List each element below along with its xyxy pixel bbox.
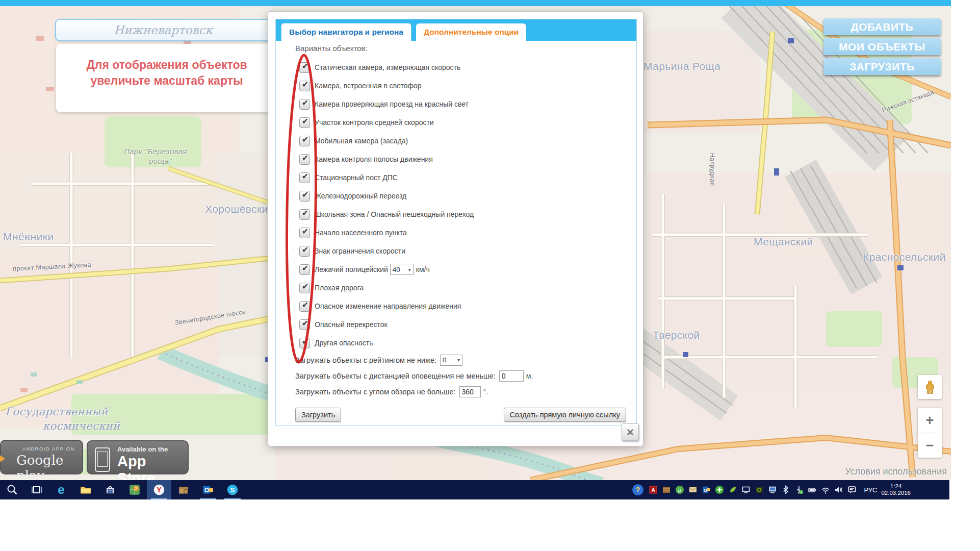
tray-leaf-icon[interactable] xyxy=(728,485,737,494)
tray-mail-icon[interactable] xyxy=(688,485,698,494)
object-option-row: ✔Мобильная камера (засада) xyxy=(295,132,626,150)
tray-nvidia-icon[interactable] xyxy=(755,485,764,494)
app-store-top-text: Available on the xyxy=(117,445,185,453)
object-option-label: Школьная зона / Опасный пешеходный перех… xyxy=(315,210,474,218)
speed-bump-select[interactable]: 40▾ xyxy=(390,264,414,275)
filter-row-distance: Загружать объекты с дистанцией оповещени… xyxy=(295,368,626,384)
object-checkbox-3[interactable]: ✔ xyxy=(299,117,310,128)
zoom-out-button[interactable]: − xyxy=(918,433,942,458)
object-checkbox-15[interactable]: ✔ xyxy=(299,338,310,348)
map-label: Тверской xyxy=(653,329,700,341)
taskbar-skype-icon[interactable]: S xyxy=(220,480,245,499)
object-option-label: Статическая камера, измеряющая скорость xyxy=(315,63,460,71)
tab-extra-options[interactable]: Дополнительные опции xyxy=(416,23,526,41)
object-checkbox-14[interactable]: ✔ xyxy=(299,319,310,330)
tray-crate-icon[interactable] xyxy=(662,485,671,494)
search-input[interactable]: Нижневартовск xyxy=(55,19,271,41)
svg-text:A: A xyxy=(652,487,655,493)
check-icon: ✔ xyxy=(302,300,308,310)
object-checkbox-8[interactable]: ✔ xyxy=(299,209,310,220)
action-buttons: ДОБАВИТЬМОИ ОБЪЕКТЫЗАГРУЗИТЬ xyxy=(823,18,941,78)
taskbar: e2YOS ?AµO РУС 1:24 02.03.2016 xyxy=(0,480,949,499)
object-checkbox-1[interactable]: ✔ xyxy=(299,81,310,91)
google-play-bottom-text: Google play xyxy=(16,453,79,483)
svg-text:O: O xyxy=(204,487,209,494)
tray-outlook-tray-icon[interactable]: O xyxy=(702,485,711,494)
tray-action-center-icon[interactable] xyxy=(847,485,857,494)
chevron-down-icon: ▾ xyxy=(408,267,411,272)
close-icon[interactable]: ✕ xyxy=(622,423,639,441)
tray-help-icon[interactable]: ? xyxy=(631,483,644,496)
object-option-label: Опасный перекресток xyxy=(315,320,388,329)
tray-acrobat-icon[interactable]: A xyxy=(649,485,658,494)
object-checkbox-2[interactable]: ✔ xyxy=(299,99,310,110)
object-checkbox-5[interactable]: ✔ xyxy=(299,154,310,165)
tray-usb-icon[interactable] xyxy=(794,485,804,494)
taskbar-search-icon[interactable] xyxy=(0,480,24,499)
object-checkbox-7[interactable]: ✔ xyxy=(299,191,310,202)
zoom-in-button[interactable]: + xyxy=(918,408,942,433)
button-download[interactable]: ЗАГРУЗИТЬ xyxy=(823,58,941,75)
check-icon: ✔ xyxy=(302,62,308,71)
object-checkbox-10[interactable]: ✔ xyxy=(299,246,310,257)
tray-battery-icon[interactable] xyxy=(808,485,817,494)
taskbar-yandex-browser-icon[interactable]: Y xyxy=(147,480,171,499)
object-checkbox-9[interactable]: ✔ xyxy=(299,228,310,238)
load-button[interactable]: Загрузить xyxy=(295,408,341,422)
button-add[interactable]: ДОБАВИТЬ xyxy=(823,18,941,35)
tray-utorrent-icon[interactable]: µ xyxy=(675,485,684,494)
object-checkbox-11[interactable]: ✔ xyxy=(299,264,310,275)
tab-navigator-region[interactable]: Выбор навигатора и региона xyxy=(281,23,411,41)
check-icon: ✔ xyxy=(302,98,308,108)
pegman-icon xyxy=(922,380,938,395)
taskbar-2gis-icon[interactable]: 2 xyxy=(122,480,147,499)
object-option-row: ✔Опасный перекресток xyxy=(295,315,626,334)
app-store-badge[interactable]: Available on the App Store xyxy=(87,440,189,474)
object-option-label: Камера, встроенная в светофор xyxy=(315,82,422,90)
object-checkbox-12[interactable]: ✔ xyxy=(299,283,310,293)
object-option-label: Опасное изменение направления движения xyxy=(315,302,461,310)
object-option-row: ✔Знак ограничения скорости xyxy=(295,242,626,260)
tray-wifi-icon[interactable] xyxy=(821,485,830,494)
taskbar-outlook-icon[interactable]: O xyxy=(196,480,220,499)
tray-network-icon[interactable] xyxy=(768,485,777,494)
taskbar-clock[interactable]: 1:24 02.03.2016 xyxy=(881,483,911,496)
taskbar-archive-icon[interactable] xyxy=(171,480,196,499)
show-desktop-button[interactable] xyxy=(916,480,919,499)
taskbar-explorer-icon[interactable] xyxy=(73,480,98,499)
language-indicator[interactable]: РУС xyxy=(864,486,877,494)
taskbar-task-view-icon[interactable] xyxy=(24,480,49,499)
tray-volume-icon[interactable] xyxy=(834,485,843,494)
check-icon: ✔ xyxy=(302,227,308,236)
map-label: роща" xyxy=(149,157,172,165)
svg-text:µ: µ xyxy=(678,487,682,493)
map-label: Хорошёвский xyxy=(205,203,274,215)
object-option-label: Стационарный пост ДПС xyxy=(315,173,398,182)
create-link-button[interactable]: Создать прямую личную ссылку xyxy=(504,408,626,422)
taskbar-store-icon[interactable] xyxy=(98,480,122,499)
angle-input[interactable] xyxy=(459,386,481,397)
object-option-label: Плохая дорога xyxy=(315,284,364,292)
google-play-top-text: ANDROID APP ON xyxy=(22,446,79,452)
object-checkbox-0[interactable]: ✔ xyxy=(299,62,310,73)
distance-input[interactable] xyxy=(499,370,524,382)
terms-of-use-link[interactable]: Условия использования xyxy=(845,466,947,477)
tray-display-icon[interactable] xyxy=(741,485,751,494)
rating-select[interactable]: 0▾ xyxy=(440,355,462,366)
object-option-label: Начало населенного пункта xyxy=(315,229,407,237)
pegman-button[interactable] xyxy=(918,375,942,399)
object-checkbox-6[interactable]: ✔ xyxy=(299,172,310,183)
warning-line-1: Для отображения объектов xyxy=(86,57,247,73)
check-icon: ✔ xyxy=(302,319,308,328)
object-checkbox-13[interactable]: ✔ xyxy=(299,301,310,312)
tray-bluetooth-icon[interactable] xyxy=(781,485,790,494)
button-my-objects[interactable]: МОИ ОБЪЕКТЫ xyxy=(823,38,941,55)
svg-text:S: S xyxy=(230,486,235,494)
dialog-body: Варианты объектов: ✔Статическая камера, … xyxy=(276,41,636,425)
check-icon: ✔ xyxy=(302,135,308,144)
taskbar-edge-icon[interactable]: e xyxy=(49,480,73,499)
object-checkbox-4[interactable]: ✔ xyxy=(299,136,310,146)
tray-antivirus-icon[interactable] xyxy=(715,485,724,494)
google-play-badge[interactable]: ANDROID APP ON Google play xyxy=(0,440,83,474)
object-option-label: Другая опасность xyxy=(315,339,373,347)
